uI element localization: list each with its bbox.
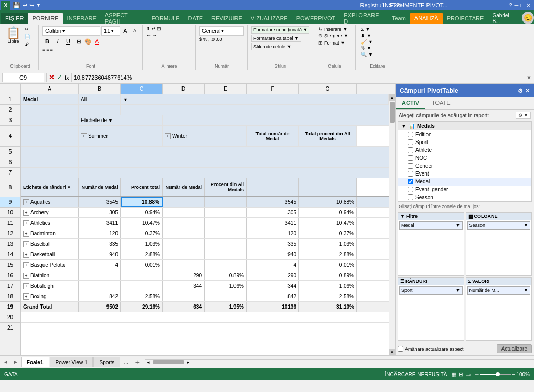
cancel-formula-btn[interactable]: ✕ — [49, 73, 55, 81]
cell-A9[interactable]: +Aquatics — [21, 197, 79, 207]
table-row[interactable]: +Bobsleigh 344 1.06% 344 1.06% — [21, 281, 389, 291]
align-top-btn[interactable]: ⬆ — [146, 26, 151, 31]
scroll-down-btn[interactable]: ▼ — [389, 349, 396, 355]
font-color-btn[interactable]: A — [94, 38, 100, 45]
sheet-tab-sports[interactable]: Sports — [93, 357, 120, 367]
zoom-slider[interactable] — [480, 374, 511, 375]
table-row[interactable]: +Aquatics 3545 10.88% 3545 10.88% — [21, 197, 389, 208]
h-scroll-thumb[interactable] — [153, 360, 184, 364]
tab-proiectare[interactable]: PROIECTARE — [443, 13, 488, 24]
field-medal[interactable]: Medal — [398, 178, 531, 186]
delete-btn[interactable]: ⊖ Ștergere ▼ — [317, 32, 352, 39]
table-row[interactable]: +Biathlon 290 0.89% 290 0.89% — [21, 270, 389, 281]
pivot-close-btn[interactable]: ✕ — [525, 88, 530, 94]
cell-A8[interactable]: Etichete de rânduri ▼ — [21, 178, 79, 196]
tab-fisier[interactable]: FIȘIER — [1, 13, 28, 24]
quick-access-undo[interactable]: ↩ — [23, 2, 27, 9]
sort-btn[interactable]: ⇅ ▼ — [359, 45, 395, 51]
tab-powerpivot[interactable]: POWERPIVOT — [292, 13, 340, 24]
cell-F9[interactable]: 3545 — [247, 197, 299, 207]
pivot-tab-activ[interactable]: ACTIV — [396, 97, 425, 109]
sheet-tab-more[interactable]: ... — [121, 358, 131, 366]
formula-input[interactable] — [74, 74, 525, 81]
winter-expand[interactable]: + — [165, 133, 171, 139]
tab-vizualizare[interactable]: VIZUALIZARE — [247, 13, 292, 24]
format-table-btn[interactable]: Formatare ca tabel ▼ — [251, 35, 301, 42]
field-sport[interactable]: Sport — [398, 138, 531, 146]
coloane-zone[interactable]: ▦ COLOANE Season ▼ — [466, 212, 532, 276]
field-season[interactable]: Season — [398, 193, 531, 201]
merge-btn[interactable]: ⊟ — [157, 26, 161, 31]
tab-nav-next[interactable]: ► — [11, 358, 20, 365]
sheet-tab-powerview[interactable]: Power View 1 — [50, 357, 93, 367]
cell-A10[interactable]: +Archery — [21, 208, 79, 217]
copy-btn[interactable]: 📄 — [24, 34, 31, 40]
scroll-up-btn[interactable]: ▲ — [389, 94, 396, 101]
underline-btn[interactable]: U — [63, 37, 73, 46]
table-row[interactable]: +Basque Pelota 4 0.01% 4 0.01% — [21, 260, 389, 270]
tab-inserare[interactable]: INSERARE — [63, 13, 101, 24]
cell-A14[interactable]: +Basketball — [21, 249, 79, 259]
pivot-settings-btn[interactable]: ⚙ — [518, 88, 523, 94]
border-btn[interactable]: ⊞ — [76, 38, 82, 45]
cell-A13[interactable]: +Baseball — [21, 239, 79, 249]
valori-zone[interactable]: Σ VALORI Număr de M... ▼ — [466, 277, 532, 341]
table-row[interactable]: +Baseball 335 1.03% 335 1.03% — [21, 239, 389, 249]
tab-formule[interactable]: FORMULE — [147, 13, 184, 24]
percent-btn[interactable]: % — [203, 37, 207, 42]
randuri-zone-item-sport[interactable]: Sport ▼ — [399, 286, 463, 295]
minimize-btn[interactable]: ─ — [515, 2, 519, 8]
tree-parent-medals[interactable]: ▼ 📊 Medals — [398, 122, 531, 130]
select-all-btn[interactable] — [0, 84, 21, 94]
indent-increase-btn[interactable]: → — [152, 32, 157, 38]
insert-function-btn[interactable]: fx — [65, 74, 69, 81]
field-gender[interactable]: Gender — [398, 162, 531, 170]
font-size-selector[interactable]: 11 ▼ — [101, 26, 120, 36]
help-btn[interactable]: ? — [509, 2, 512, 8]
fill-btn[interactable]: ⬇ ▼ — [359, 32, 395, 39]
font-selector[interactable]: Calibri ▼ — [42, 26, 100, 36]
zoom-out-btn[interactable]: ─ — [475, 372, 478, 377]
etichete-dropdown[interactable]: ▼ — [108, 118, 113, 123]
clear-btn[interactable]: 🧹 ▼ — [359, 39, 395, 45]
tab-explorare[interactable]: EXPLORARE D — [339, 13, 388, 24]
cell-A11[interactable]: +Athletics — [21, 218, 79, 228]
wrap-text-btn[interactable]: ↵ — [152, 26, 156, 31]
zoom-in-btn[interactable]: + — [512, 372, 516, 377]
currency-btn[interactable]: $ — [199, 37, 202, 42]
align-center-btn[interactable]: ≡ — [46, 47, 49, 52]
valori-zone-item-numar[interactable]: Număr de M... ▼ — [467, 286, 531, 295]
sheet-tab-foaie1[interactable]: Foaie1 — [21, 357, 49, 367]
conditional-format-btn[interactable]: Formatare condițională ▼ — [251, 26, 309, 34]
increase-font-btn[interactable]: A — [121, 27, 130, 35]
cell-C9[interactable]: 10.88% — [121, 197, 163, 207]
insert-btn[interactable]: ↳ Inserare ▼ — [317, 26, 352, 32]
cell-A18[interactable]: +Boxing — [21, 291, 79, 301]
tab-pornire[interactable]: PORNIRE — [28, 13, 62, 24]
tab-revizuire[interactable]: REVIZUIRE — [207, 13, 247, 24]
cell-A17[interactable]: +Bobsleigh — [21, 281, 79, 291]
indent-decrease-btn[interactable]: ← — [146, 32, 151, 38]
cell-B1[interactable]: All — [79, 94, 121, 104]
number-format-selector[interactable]: General ▼ — [199, 26, 244, 36]
align-right-btn[interactable]: ≡ — [50, 47, 53, 52]
coloane-zone-item-season[interactable]: Season ▼ — [467, 221, 531, 230]
h-scroll-left-btn[interactable]: ◄ — [145, 360, 152, 365]
pivot-tab-toate[interactable]: TOATE — [425, 97, 457, 109]
decrease-font-btn[interactable]: A — [131, 27, 139, 35]
italic-btn[interactable]: I — [53, 37, 62, 46]
cell-B9[interactable]: 3545 — [79, 197, 121, 207]
col-header-C[interactable]: C — [121, 84, 163, 94]
quick-access-more[interactable]: ▼ — [36, 3, 41, 8]
cell-A12[interactable]: +Badminton — [21, 228, 79, 238]
add-sheet-btn[interactable]: + — [132, 357, 143, 367]
table-row[interactable]: +Basketball 940 2.88% 940 2.88% — [21, 249, 389, 260]
comma-btn[interactable]: , — [208, 37, 210, 42]
fields-settings-btn[interactable]: ⚙ ▼ — [516, 112, 531, 119]
cell-B3[interactable]: Etichete de ▼ — [79, 115, 163, 125]
tab-date[interactable]: DATE — [184, 13, 208, 24]
field-edition[interactable]: Edition — [398, 130, 531, 138]
confirm-formula-btn[interactable]: ✓ — [57, 73, 62, 81]
cell-reference-box[interactable]: C9 — [2, 73, 44, 82]
cell-G9[interactable]: 10.88% — [299, 197, 357, 207]
